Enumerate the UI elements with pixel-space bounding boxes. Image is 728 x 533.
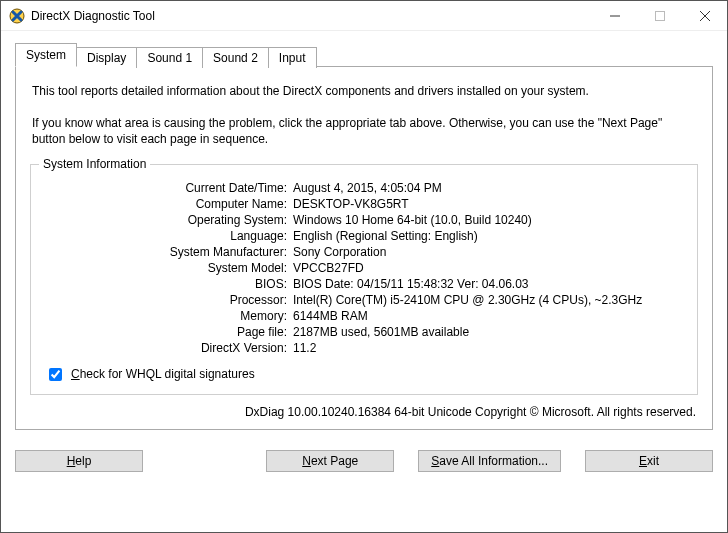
label-bios: BIOS:	[43, 277, 293, 291]
value-processor: Intel(R) Core(TM) i5-2410M CPU @ 2.30GHz…	[293, 293, 685, 307]
label-computer: Computer Name:	[43, 197, 293, 211]
intro-text-1: This tool reports detailed information a…	[32, 83, 696, 99]
label-memory: Memory:	[43, 309, 293, 323]
label-pagefile: Page file:	[43, 325, 293, 339]
tab-display[interactable]: Display	[77, 47, 137, 68]
value-language: English (Regional Setting: English)	[293, 229, 685, 243]
label-dxversion: DirectX Version:	[43, 341, 293, 355]
tab-input[interactable]: Input	[269, 47, 317, 68]
value-bios: BIOS Date: 04/15/11 15:48:32 Ver: 04.06.…	[293, 277, 685, 291]
minimize-button[interactable]	[592, 1, 637, 30]
value-computer: DESKTOP-VK8G5RT	[293, 197, 685, 211]
tab-system[interactable]: System	[15, 43, 77, 67]
value-manufacturer: Sony Corporation	[293, 245, 685, 259]
next-page-button[interactable]: Next Page	[266, 450, 394, 472]
save-all-button[interactable]: Save All Information...	[418, 450, 561, 472]
label-datetime: Current Date/Time:	[43, 181, 293, 195]
label-language: Language:	[43, 229, 293, 243]
intro-text-2: If you know what area is causing the pro…	[32, 115, 696, 147]
dxdiag-icon	[9, 8, 25, 24]
window-title: DirectX Diagnostic Tool	[31, 9, 592, 23]
help-button[interactable]: Help	[15, 450, 143, 472]
whql-checkbox[interactable]	[49, 368, 62, 381]
info-grid: Current Date/Time: August 4, 2015, 4:05:…	[43, 181, 685, 355]
label-os: Operating System:	[43, 213, 293, 227]
label-model: System Model:	[43, 261, 293, 275]
button-bar: Help Next Page Save All Information... E…	[1, 440, 727, 484]
tab-sound2[interactable]: Sound 2	[203, 47, 269, 68]
value-model: VPCCB27FD	[293, 261, 685, 275]
whql-label: Check for WHQL digital signatures	[71, 367, 255, 381]
exit-button[interactable]: Exit	[585, 450, 713, 472]
tab-sound1[interactable]: Sound 1	[137, 47, 203, 68]
tab-bar: System Display Sound 1 Sound 2 Input	[15, 43, 713, 67]
footer-version: DxDiag 10.00.10240.16384 64-bit Unicode …	[32, 405, 696, 419]
value-os: Windows 10 Home 64-bit (10.0, Build 1024…	[293, 213, 685, 227]
whql-check-row[interactable]: Check for WHQL digital signatures	[45, 365, 685, 384]
value-dxversion: 11.2	[293, 341, 685, 355]
svg-rect-1	[655, 11, 664, 20]
tab-panel-system: This tool reports detailed information a…	[15, 66, 713, 430]
system-information-group: System Information Current Date/Time: Au…	[30, 164, 698, 395]
value-datetime: August 4, 2015, 4:05:04 PM	[293, 181, 685, 195]
label-manufacturer: System Manufacturer:	[43, 245, 293, 259]
maximize-button	[637, 1, 682, 30]
value-memory: 6144MB RAM	[293, 309, 685, 323]
close-button[interactable]	[682, 1, 727, 30]
group-legend: System Information	[39, 157, 150, 171]
title-bar: DirectX Diagnostic Tool	[1, 1, 727, 31]
window-buttons	[592, 1, 727, 30]
value-pagefile: 2187MB used, 5601MB available	[293, 325, 685, 339]
label-processor: Processor:	[43, 293, 293, 307]
